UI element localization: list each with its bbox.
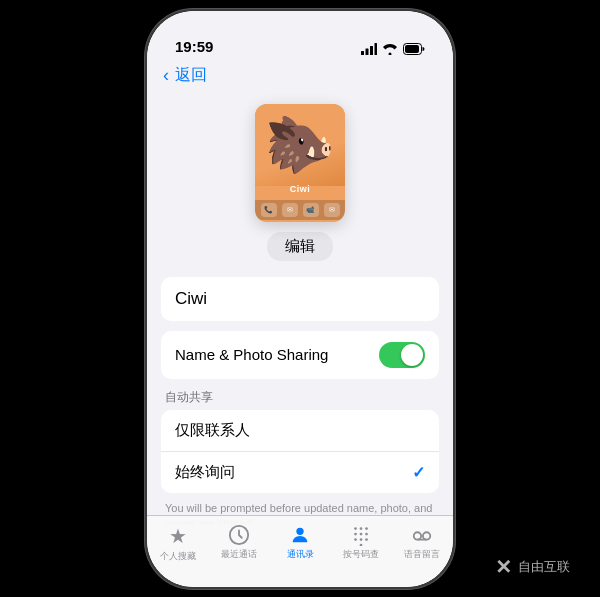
tab-favorites[interactable]: ★ 个人搜藏 [147, 524, 208, 563]
tab-keypad-icon [350, 524, 372, 546]
card-action-btn-1: 📞 [261, 203, 277, 217]
scroll-content: 🐗 Ciwi 📞 ✉ 📹 ✉ 编辑 Ciwi [147, 94, 453, 525]
signal-icon [361, 43, 377, 55]
svg-point-16 [365, 538, 368, 541]
phone-frame: 19:59 [145, 9, 455, 589]
tab-recent[interactable]: 最近通话 [208, 524, 269, 561]
watermark: ✕ 自由互联 [495, 555, 570, 579]
tab-recent-label: 最近通话 [221, 548, 257, 561]
status-icons [361, 43, 425, 55]
card-action-btn-3: 📹 [303, 203, 319, 217]
boar-emoji-icon: 🐗 [265, 117, 335, 173]
tab-favorites-icon: ★ [169, 524, 187, 548]
tab-voicemail-icon [411, 524, 433, 546]
checkmark-icon: ✓ [412, 463, 425, 482]
svg-point-8 [354, 527, 357, 530]
tab-voicemail-label: 语音留言 [404, 548, 440, 561]
tab-keypad[interactable]: 按号码查 [331, 524, 392, 561]
phone-screen: 19:59 [147, 11, 453, 587]
tab-favorites-label: 个人搜藏 [160, 550, 196, 563]
card-name-bar: Ciwi [255, 184, 345, 194]
battery-icon [403, 43, 425, 55]
card-action-bar: 📞 ✉ 📹 ✉ [255, 200, 345, 220]
status-bar: 19:59 [147, 11, 453, 61]
name-photo-sharing-label: Name & Photo Sharing [175, 346, 379, 363]
svg-rect-1 [366, 48, 369, 55]
contact-card[interactable]: 🐗 Ciwi 📞 ✉ 📹 ✉ [255, 104, 345, 222]
svg-rect-2 [370, 46, 373, 55]
card-avatar: 🐗 [255, 104, 345, 186]
svg-point-12 [360, 532, 363, 535]
auto-share-section: 仅限联系人 始终询问 ✓ [161, 410, 439, 493]
auto-share-contacts-row[interactable]: 仅限联系人 [161, 410, 439, 452]
svg-point-17 [360, 543, 363, 545]
wifi-icon [382, 43, 398, 55]
name-field: Ciwi [161, 277, 439, 321]
always-ask-label: 始终询问 [175, 463, 412, 482]
contacts-only-label: 仅限联系人 [175, 421, 425, 440]
svg-rect-3 [375, 43, 378, 55]
auto-share-header: 自动共享 [161, 389, 439, 406]
tab-voicemail[interactable]: 语音留言 [392, 524, 453, 561]
back-button[interactable]: ‹ 返回 [163, 65, 207, 86]
tab-recent-icon [228, 524, 250, 546]
svg-point-19 [423, 532, 430, 539]
svg-rect-5 [405, 45, 419, 53]
svg-point-10 [365, 527, 368, 530]
name-photo-sharing-row: Name & Photo Sharing [161, 331, 439, 379]
svg-point-14 [354, 538, 357, 541]
svg-point-18 [414, 532, 421, 539]
svg-point-13 [365, 532, 368, 535]
tab-contacts-label: 通讯录 [287, 548, 314, 561]
tab-bar: ★ 个人搜藏 最近通话 通讯录 [147, 515, 453, 587]
poster-area: 🐗 Ciwi 📞 ✉ 📹 ✉ 编辑 [147, 94, 453, 277]
svg-point-7 [296, 527, 303, 534]
name-value: Ciwi [175, 289, 207, 309]
edit-button[interactable]: 编辑 [267, 232, 333, 261]
back-chevron-icon: ‹ [163, 65, 169, 86]
nav-bar: ‹ 返回 [147, 61, 453, 94]
svg-point-11 [354, 532, 357, 535]
name-photo-sharing-toggle[interactable] [379, 342, 425, 368]
back-label: 返回 [175, 65, 207, 86]
svg-point-9 [360, 527, 363, 530]
name-photo-sharing-section: Name & Photo Sharing [161, 331, 439, 379]
toggle-knob [401, 344, 423, 366]
tab-contacts[interactable]: 通讯录 [269, 524, 330, 561]
card-action-btn-2: ✉ [282, 203, 298, 217]
auto-share-always-ask-row[interactable]: 始终询问 ✓ [161, 452, 439, 493]
svg-rect-0 [361, 51, 364, 55]
card-action-btn-4: ✉ [324, 203, 340, 217]
tab-keypad-label: 按号码查 [343, 548, 379, 561]
svg-point-15 [360, 538, 363, 541]
tab-contacts-icon [289, 524, 311, 546]
status-time: 19:59 [175, 38, 213, 55]
